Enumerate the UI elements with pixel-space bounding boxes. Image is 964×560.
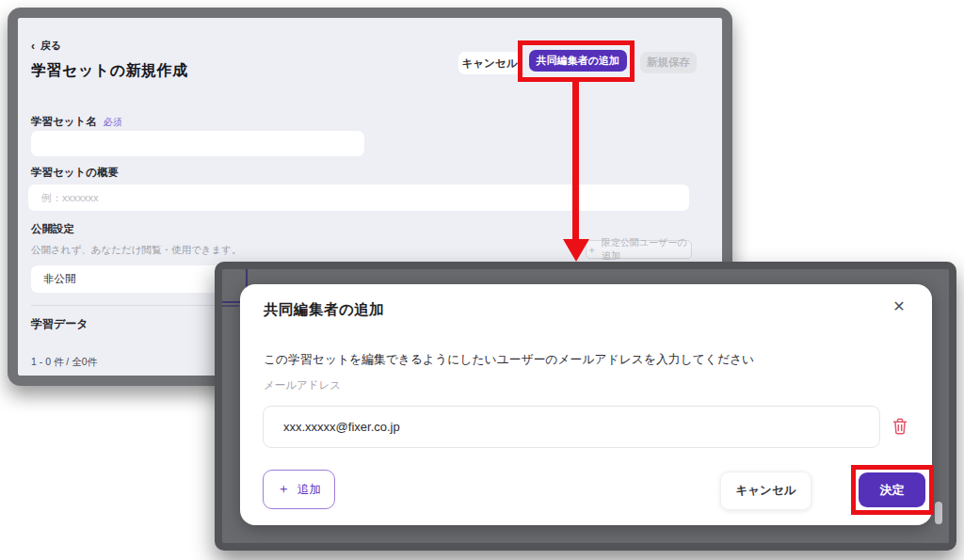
learning-data-label: 学習データ — [31, 316, 88, 332]
email-field-label: メールアドレス — [264, 378, 341, 392]
email-input[interactable] — [263, 406, 880, 448]
annotation-box-confirm — [851, 465, 934, 515]
dimmed-backdrop: 共同編集者の追加 ✕ この学習セットを編集できるようにしたいユーザーのメールアド… — [222, 269, 949, 543]
overview-field-label: 学習セットの概要 — [31, 166, 119, 180]
name-field-label: 学習セット名必須 — [31, 115, 122, 129]
add-button-label: 追加 — [297, 482, 321, 498]
stage: ‹ 戻る 学習セットの新規作成 キャンセル 共同編集者の追加 新規保存 学習セッ… — [0, 0, 964, 560]
back-label: 戻る — [40, 39, 61, 53]
add-email-row-button[interactable]: ＋ 追加 — [263, 470, 335, 509]
modal-title: 共同編集者の追加 — [264, 300, 384, 320]
page-title: 学習セットの新規作成 — [31, 61, 188, 81]
name-input[interactable] — [31, 131, 364, 156]
annotation-arrow-line — [572, 82, 579, 239]
modal-description: この学習セットを編集できるようにしたいユーザーのメールアドレスを入力してください — [264, 352, 754, 368]
scrollbar-thumb[interactable] — [935, 502, 942, 524]
modal-screenshot-frame: 共同編集者の追加 ✕ この学習セットを編集できるようにしたいユーザーのメールアド… — [215, 262, 956, 551]
trash-icon — [892, 418, 908, 435]
learning-data-count: 1 - 0 件 / 全0件 — [31, 356, 97, 369]
plus-icon: ＋ — [277, 481, 290, 498]
modal-cancel-button[interactable]: キャンセル — [720, 472, 811, 510]
save-button-disabled: 新規保存 — [640, 52, 697, 73]
cancel-button[interactable]: キャンセル — [458, 52, 521, 74]
visibility-help-text: 公開されず、あなただけ閲覧・使用できます。 — [31, 244, 241, 257]
back-chevron-icon: ‹ — [31, 40, 35, 53]
annotation-box-add-collaborators — [518, 40, 635, 82]
visibility-field-label: 公開設定 — [31, 222, 74, 236]
back-button[interactable]: ‹ 戻る — [31, 39, 61, 53]
limited-users-label: 限定公開ユーザーの追加 — [602, 236, 691, 263]
name-label-text: 学習セット名 — [31, 116, 97, 127]
annotation-arrow-head-icon — [563, 239, 589, 262]
background-divider-remnant — [222, 305, 239, 307]
overview-input[interactable] — [28, 184, 689, 211]
delete-email-button[interactable] — [890, 416, 910, 437]
add-collaborators-modal: 共同編集者の追加 ✕ この学習セットを編集できるようにしたいユーザーのメールアド… — [240, 284, 932, 525]
add-limited-users-button: ＋ 限定公開ユーザーの追加 — [586, 240, 692, 259]
required-badge: 必須 — [104, 117, 122, 127]
visibility-selected-value: 非公開 — [43, 272, 76, 286]
close-icon[interactable]: ✕ — [888, 295, 910, 317]
